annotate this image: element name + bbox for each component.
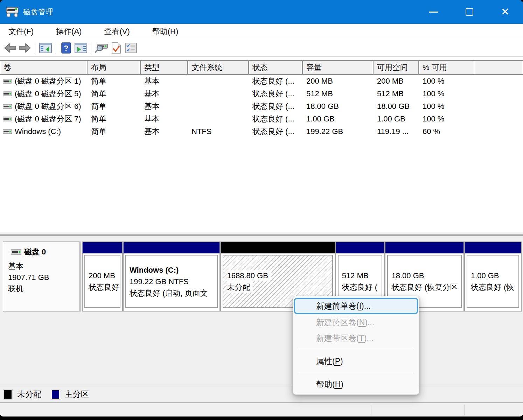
- volume-pct: 60 %: [419, 127, 474, 136]
- show-action-pane-button[interactable]: [74, 41, 88, 55]
- check-document-button[interactable]: [109, 41, 124, 55]
- volume-name: (磁盘 0 磁盘分区 7): [15, 114, 81, 124]
- legend-swatch-primary: [51, 390, 60, 399]
- window-title: 磁盘管理: [23, 7, 53, 17]
- partition-size: 200 MB: [89, 270, 115, 281]
- partition-color-strip: [221, 242, 334, 253]
- partition-windows-c[interactable]: Windows (C:) 199.22 GB NTFS 状态良好 (启动, 页面…: [124, 242, 221, 311]
- disk-icon: [11, 249, 21, 255]
- volume-free: 119.19 ...: [374, 127, 419, 136]
- help-icon: ?: [61, 42, 71, 54]
- volume-free: 18.00 GB: [374, 102, 419, 111]
- volume-name: Windows (C:): [15, 127, 61, 136]
- partition-size: 199.22 GB NTFS: [130, 276, 189, 287]
- volume-icon: [3, 104, 12, 109]
- check-document-icon: [111, 42, 121, 54]
- checklist-button[interactable]: [124, 41, 138, 55]
- back-button[interactable]: [3, 41, 18, 55]
- close-button[interactable]: ✕: [497, 4, 513, 20]
- volume-status: 状态良好 (...: [249, 89, 303, 99]
- volume-layout: 简单: [88, 89, 141, 99]
- context-menu: 新建简单卷(I)... 新建跨区卷(N)... 新建带区卷(T)... 属性(P…: [293, 296, 419, 395]
- forward-arrow-icon: [19, 43, 31, 53]
- show-console-tree-button[interactable]: [38, 41, 53, 55]
- partition-color-strip: [465, 242, 521, 253]
- column-header-status[interactable]: 状态: [249, 61, 303, 74]
- volume-type: 基本: [141, 76, 188, 86]
- volume-capacity: 1.00 GB: [303, 114, 374, 124]
- menu-view[interactable]: 查看(V): [102, 25, 132, 38]
- graphical-view: 磁盘 0 基本 1907.71 GB 联机 200 MB 状态良好 (: [0, 237, 523, 416]
- toolbar-separator: [56, 42, 56, 54]
- status-bar-divider: [371, 405, 371, 415]
- volume-pct: 100 %: [419, 89, 474, 98]
- partition-size: 512 MB: [342, 270, 369, 281]
- partition-size: 1688.80 GB: [227, 270, 271, 281]
- partition-200mb[interactable]: 200 MB 状态良好 (: [83, 242, 124, 311]
- rescan-disks-button[interactable]: [94, 41, 109, 55]
- disk-size: 1907.71 GB: [8, 272, 75, 283]
- checklist-icon: [125, 43, 137, 53]
- forward-button[interactable]: [18, 41, 32, 55]
- volume-row[interactable]: (磁盘 0 磁盘分区 5) 简单 基本 状态良好 (... 512 MB 512…: [0, 88, 523, 100]
- menu-item-new-spanned-volume: 新建跨区卷(N)...: [293, 315, 419, 330]
- column-header-capacity[interactable]: 容量: [303, 61, 374, 74]
- status-bar: [0, 403, 523, 416]
- back-arrow-icon: [4, 43, 16, 53]
- column-header-empty: [474, 61, 523, 74]
- legend-bar: 未分配 主分区: [0, 386, 523, 403]
- partition-color-strip: [385, 242, 463, 253]
- menu-file[interactable]: 文件(F): [6, 25, 36, 38]
- volume-row[interactable]: Windows (C:) 简单 基本 NTFS 状态良好 (... 199.22…: [0, 125, 523, 138]
- minimize-icon: [429, 12, 438, 13]
- menu-item-properties[interactable]: 属性(P): [293, 354, 419, 369]
- volume-fs: NTFS: [188, 127, 249, 136]
- help-button[interactable]: ?: [59, 41, 74, 55]
- volume-pct: 100 %: [419, 77, 474, 86]
- menu-help[interactable]: 帮助(H): [150, 25, 181, 38]
- maximize-icon: [466, 8, 473, 16]
- volume-row[interactable]: (磁盘 0 磁盘分区 1) 简单 基本 状态良好 (... 200 MB 200…: [0, 75, 523, 88]
- menu-bar: 文件(F) 操作(A) 查看(V) 帮助(H): [0, 24, 523, 39]
- toolbar-separator: [91, 42, 91, 54]
- maximize-button[interactable]: [461, 4, 477, 20]
- volume-list-header: 卷 布局 类型 文件系统 状态 容量 可用空间 % 可用: [0, 60, 523, 75]
- volume-list: 卷 布局 类型 文件系统 状态 容量 可用空间 % 可用 (磁盘 0 磁盘分区 …: [0, 57, 523, 232]
- volume-icon: [3, 78, 12, 84]
- column-header-pct-free[interactable]: % 可用: [419, 61, 474, 74]
- menu-separator: [298, 373, 414, 373]
- minimize-button[interactable]: [426, 4, 442, 20]
- volume-layout: 简单: [88, 76, 141, 86]
- menu-action[interactable]: 操作(A): [54, 25, 84, 38]
- column-header-type[interactable]: 类型: [141, 61, 188, 74]
- svg-text:?: ?: [64, 44, 68, 52]
- volume-capacity: 200 MB: [303, 77, 374, 86]
- volume-pct: 100 %: [419, 102, 474, 111]
- volume-type: 基本: [141, 126, 188, 137]
- volume-icon: [3, 91, 12, 97]
- volume-type: 基本: [141, 101, 188, 112]
- column-header-volume[interactable]: 卷: [0, 61, 88, 74]
- partition-status: 状态良好 (: [342, 281, 377, 293]
- volume-pct: 100 %: [419, 114, 474, 124]
- partition-color-strip: [336, 242, 384, 253]
- menu-item-new-simple-volume[interactable]: 新建简单卷(I)...: [294, 298, 418, 314]
- partition-1gb[interactable]: 1.00 GB 状态良好 (恢: [465, 242, 521, 311]
- volume-status: 状态良好 (...: [249, 114, 303, 124]
- disk-0-row: 磁盘 0 基本 1907.71 GB 联机 200 MB 状态良好 (: [3, 241, 522, 312]
- column-header-free-space[interactable]: 可用空间: [374, 61, 419, 74]
- partition-color-strip: [83, 242, 122, 253]
- volume-free: 1.00 GB: [374, 114, 419, 124]
- volume-row[interactable]: (磁盘 0 磁盘分区 6) 简单 基本 状态良好 (... 18.00 GB 1…: [0, 100, 523, 113]
- column-header-filesystem[interactable]: 文件系统: [188, 61, 249, 74]
- disk-0-info-panel[interactable]: 磁盘 0 基本 1907.71 GB 联机: [3, 241, 81, 312]
- column-header-layout[interactable]: 布局: [88, 61, 141, 74]
- volume-status: 状态良好 (...: [249, 126, 303, 137]
- toolbar: ?: [0, 39, 523, 57]
- partition-size: 18.00 GB: [391, 270, 424, 281]
- volume-row[interactable]: (磁盘 0 磁盘分区 7) 简单 基本 状态良好 (... 1.00 GB 1.…: [0, 113, 523, 125]
- partition-size: 1.00 GB: [471, 270, 499, 281]
- volume-type: 基本: [141, 114, 188, 124]
- menu-item-help[interactable]: 帮助(H): [293, 377, 419, 392]
- pane-splitter[interactable]: [0, 232, 523, 237]
